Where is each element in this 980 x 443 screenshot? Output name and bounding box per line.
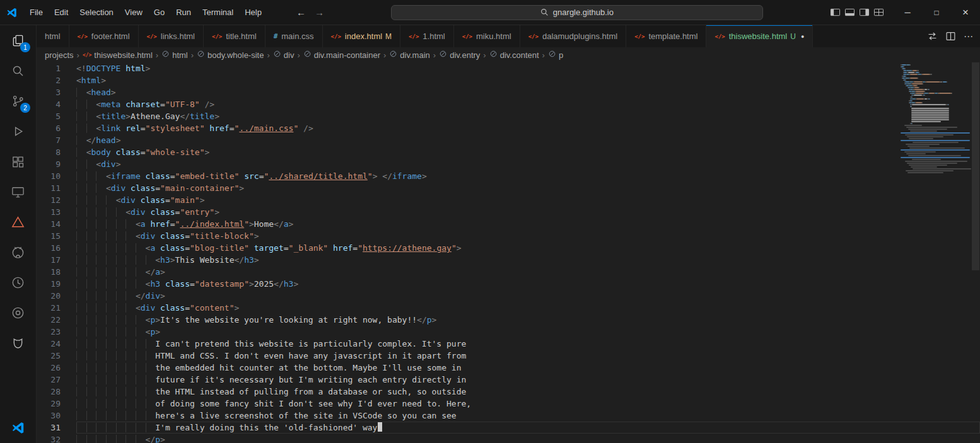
minimap[interactable] bbox=[901, 64, 971, 173]
tab-miku-html[interactable]: </>miku.html bbox=[454, 25, 520, 47]
extension-target-icon[interactable] bbox=[0, 297, 36, 328]
code-line-21[interactable]: <div class="content"> bbox=[76, 302, 980, 314]
code-line-26[interactable]: the embedded hit counter at the bottom. … bbox=[76, 362, 980, 374]
nav-forward-icon[interactable]: → bbox=[315, 7, 324, 18]
code-line-2[interactable]: <html> bbox=[76, 74, 980, 86]
code-area[interactable]: <!DOCTYPE html><html> <head> <meta chars… bbox=[76, 62, 980, 443]
maximize-button[interactable]: □ bbox=[922, 0, 951, 25]
breadcrumb-item-div-main[interactable]: div.main bbox=[388, 50, 430, 60]
menu-go[interactable]: Go bbox=[148, 5, 170, 20]
breadcrumb-item-projects[interactable]: projects bbox=[44, 50, 74, 60]
toggle-secondary-sidebar-icon[interactable] bbox=[859, 8, 870, 17]
tab-dalamudplugins-html[interactable]: </>dalamudplugins.html bbox=[520, 25, 627, 47]
code-line-5[interactable]: <title>Athene.Gay</title> bbox=[76, 110, 980, 122]
code-line-4[interactable]: <meta charset="UTF-8" /> bbox=[76, 98, 980, 110]
code-line-6[interactable]: <link rel="stylesheet" href="../main.css… bbox=[76, 122, 980, 134]
menu-selection[interactable]: Selection bbox=[74, 5, 119, 20]
menu-view[interactable]: View bbox=[119, 5, 148, 20]
toggle-panel-icon[interactable] bbox=[844, 8, 855, 17]
code-line-16[interactable]: <a class="blog-title" target="_blank" hr… bbox=[76, 242, 980, 254]
explorer-icon[interactable]: 1 bbox=[0, 25, 36, 55]
html-file-icon: </> bbox=[212, 33, 222, 40]
code-line-12[interactable]: <div class="main"> bbox=[76, 194, 980, 206]
tab-footer-html[interactable]: </>footer.html bbox=[69, 25, 139, 47]
unsaved-dot-icon[interactable]: ● bbox=[801, 33, 804, 40]
code-line-11[interactable]: <div class="main-container"> bbox=[76, 182, 980, 194]
tab-title-html[interactable]: </>title.html bbox=[204, 25, 265, 47]
breadcrumb-item-body-whole-site[interactable]: body.whole-site bbox=[196, 50, 264, 60]
code-line-30[interactable]: here's a live screenshot of the site in … bbox=[76, 410, 980, 422]
tab-main-css[interactable]: #main.css bbox=[265, 25, 323, 47]
code-line-23[interactable]: <p> bbox=[76, 326, 980, 338]
command-center[interactable]: gnargle.github.io bbox=[391, 5, 763, 20]
code-line-15[interactable]: <div class="title-block"> bbox=[76, 230, 980, 242]
remote-explorer-icon[interactable] bbox=[0, 176, 36, 207]
indent-guides bbox=[76, 411, 155, 420]
extension-cat-icon[interactable] bbox=[0, 328, 36, 358]
command-center-text: gnargle.github.io bbox=[553, 8, 614, 17]
tab-1-html[interactable]: </>1.html bbox=[400, 25, 454, 47]
code-line-24[interactable]: I can't pretend this website is particul… bbox=[76, 338, 980, 350]
code-line-28[interactable]: the HTML instead of pulling from a datab… bbox=[76, 386, 980, 398]
more-actions-icon[interactable]: ⋯ bbox=[964, 31, 974, 42]
indent-guides bbox=[76, 207, 125, 217]
open-changes-icon[interactable] bbox=[927, 31, 938, 42]
code-line-8[interactable]: <body class="whole-site"> bbox=[76, 146, 980, 158]
breadcrumb-label: body.whole-site bbox=[207, 50, 264, 60]
menu-run[interactable]: Run bbox=[170, 5, 197, 20]
breadcrumb-item-div-content[interactable]: div.content bbox=[489, 50, 540, 60]
code-line-7[interactable]: </head> bbox=[76, 134, 980, 146]
code-line-19[interactable]: <h3 class="datestamp">2025</h3> bbox=[76, 278, 980, 290]
extension-triangle-icon[interactable] bbox=[0, 207, 36, 237]
tab-thiswebsite-html[interactable]: </>thiswebsite.htmlU● bbox=[706, 25, 813, 47]
extension-clock-icon[interactable] bbox=[0, 267, 36, 297]
github-icon[interactable] bbox=[0, 237, 36, 267]
code-line-3[interactable]: <head> bbox=[76, 86, 980, 98]
search-view-icon[interactable] bbox=[0, 55, 36, 86]
tab-html[interactable]: html bbox=[37, 25, 69, 47]
close-button[interactable]: × bbox=[951, 0, 980, 25]
breadcrumb-label: div.content bbox=[500, 50, 539, 60]
scrollbar-thumb[interactable] bbox=[972, 62, 979, 270]
split-editor-icon[interactable] bbox=[945, 31, 956, 42]
menu-file[interactable]: File bbox=[24, 5, 49, 20]
tab-links-html[interactable]: </>links.html bbox=[139, 25, 204, 47]
code-line-13[interactable]: <div class="entry"> bbox=[76, 206, 980, 218]
tab-index-html[interactable]: </>index.htmlM bbox=[323, 25, 401, 47]
breadcrumb-item-p[interactable]: p bbox=[547, 50, 564, 60]
breadcrumb-item-div[interactable]: div bbox=[272, 50, 295, 60]
vscode-bottom-logo-icon[interactable] bbox=[0, 413, 36, 443]
code-line-17[interactable]: <h3>This Website</h3> bbox=[76, 254, 980, 266]
breadcrumb-item-div-main-container[interactable]: div.main-container bbox=[303, 50, 381, 60]
minimize-button[interactable]: ─ bbox=[893, 0, 922, 25]
code-line-9[interactable]: <div> bbox=[76, 158, 980, 170]
nav-back-icon[interactable]: ← bbox=[296, 7, 306, 18]
tab-label: footer.html bbox=[91, 32, 130, 41]
editor-scrollbar[interactable] bbox=[971, 62, 980, 443]
menu-terminal[interactable]: Terminal bbox=[197, 5, 239, 20]
breadcrumb-item-div-entry[interactable]: div.entry bbox=[438, 50, 481, 60]
code-line-31[interactable]: I'm really doing this the 'old-fashioned… bbox=[76, 422, 980, 434]
code-line-27[interactable]: future if it's necessary but I'm writing… bbox=[76, 374, 980, 386]
code-line-22[interactable]: <p>It's the website you're looking at ri… bbox=[76, 314, 980, 326]
code-line-10[interactable]: <iframe class="embed-title" src="../shar… bbox=[76, 170, 980, 182]
code-line-25[interactable]: HTML and CSS. I don't even have any java… bbox=[76, 350, 980, 362]
code-line-32[interactable]: </p> bbox=[76, 434, 980, 443]
code-line-29[interactable]: of doing some fancy shit I don't see why… bbox=[76, 398, 980, 410]
breadcrumb-item-html[interactable]: html bbox=[161, 50, 189, 60]
source-control-icon[interactable]: 2 bbox=[0, 86, 36, 116]
extensions-icon[interactable] bbox=[0, 146, 36, 176]
code-line-14[interactable]: <a href="../index.html">Home</a> bbox=[76, 218, 980, 230]
code-line-18[interactable]: </a> bbox=[76, 266, 980, 278]
toggle-sidebar-icon[interactable] bbox=[830, 8, 841, 17]
tab-template-html[interactable]: </>template.html bbox=[626, 25, 706, 47]
code-line-20[interactable]: </div> bbox=[76, 290, 980, 302]
run-and-debug-icon[interactable] bbox=[0, 116, 36, 146]
code-line-1[interactable]: <!DOCTYPE html> bbox=[76, 62, 980, 74]
menu-edit[interactable]: Edit bbox=[49, 5, 74, 20]
breadcrumb-item-thiswebsite-html[interactable]: </>thiswebsite.html bbox=[82, 50, 153, 60]
customize-layout-icon[interactable] bbox=[873, 8, 884, 17]
search-icon bbox=[540, 8, 549, 16]
line-number: 3 bbox=[37, 86, 76, 98]
menu-help[interactable]: Help bbox=[239, 5, 267, 20]
